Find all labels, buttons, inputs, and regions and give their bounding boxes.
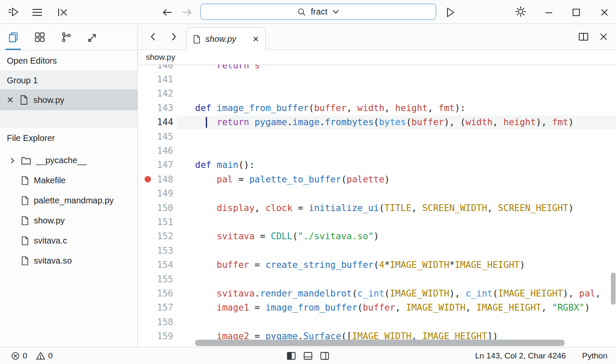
gutter-line-145[interactable]: 145 — [138, 129, 177, 144]
code-text: svitava.render_mandelbrot(c_int(IMAGE_WI… — [177, 286, 616, 300]
editor-area: show.py ✕ show.py 140 return s141142143d… — [138, 24, 616, 347]
code-text — [177, 315, 616, 329]
code-line-143[interactable]: 143def image_from_buffer(buffer, width, … — [138, 101, 616, 115]
breakpoint-dot[interactable] — [145, 176, 151, 182]
code-line-151[interactable]: 151 — [138, 215, 616, 229]
code-line-154[interactable]: 154 buffer = create_string_buffer(4*IMAG… — [138, 258, 616, 272]
tabs-scroll-left-button[interactable] — [147, 30, 160, 43]
gutter-line-158[interactable]: 158 — [138, 315, 177, 329]
gutter-line-155[interactable]: 155 — [138, 272, 177, 286]
gutter-line-143[interactable]: 143 — [138, 101, 177, 115]
warning-count-value: 0 — [48, 351, 53, 361]
close-button[interactable] — [598, 6, 611, 19]
code-line-149[interactable]: 149 — [138, 187, 616, 201]
sidebar-tab-workspaces[interactable] — [32, 29, 48, 46]
cursor-position[interactable]: Ln 143, Col 2, Char 4246 — [475, 351, 566, 361]
gear-icon — [515, 6, 527, 18]
tree-item--pycache-[interactable]: __pycache__ — [0, 150, 137, 170]
code-line-152[interactable]: 152 svitava = CDLL("./svitava.so") — [138, 229, 616, 244]
code-line-155[interactable]: 155 — [138, 272, 616, 286]
code-line-150[interactable]: 150 display, clock = initialize_ui(TITLE… — [138, 201, 616, 215]
error-count-value: 0 — [23, 351, 27, 361]
line-number: 159 — [157, 331, 173, 341]
horizontal-scrollbar[interactable] — [195, 340, 565, 346]
code-line-147[interactable]: 147def main(): — [138, 158, 616, 172]
code-text — [177, 272, 616, 286]
code-line-140[interactable]: 140 return s — [138, 65, 616, 72]
close-split-button[interactable] — [56, 6, 69, 19]
close-icon[interactable]: ✕ — [6, 95, 15, 105]
gutter-line-148[interactable]: 148 — [138, 172, 177, 186]
code-line-156[interactable]: 156 svitava.render_mandelbrot(c_int(IMAG… — [138, 286, 616, 300]
code-line-148[interactable]: 148 pal = palette_to_buffer(palette) — [138, 172, 616, 186]
tree-item-palette-mandmap-py[interactable]: palette_mandmap.py — [0, 191, 137, 211]
code-viewport[interactable]: 140 return s141142143def image_from_buff… — [138, 65, 616, 347]
close-editor-button[interactable] — [597, 30, 610, 43]
minimize-button[interactable] — [542, 6, 555, 19]
tab-show-py[interactable]: show.py ✕ — [187, 27, 266, 50]
gutter-line-150[interactable]: 150 — [138, 201, 177, 215]
code-line-153[interactable]: 153 — [138, 244, 616, 258]
error-count[interactable]: 0 — [11, 351, 27, 361]
toolbar: fract — [0, 0, 616, 24]
gutter-line-156[interactable]: 156 — [138, 286, 177, 300]
tree-item-show-py[interactable]: show.py — [0, 211, 137, 231]
gutter-line-159[interactable]: 159 — [138, 329, 177, 343]
code-line-145[interactable]: 145 — [138, 129, 616, 144]
line-number: 147 — [157, 160, 173, 170]
breadcrumb[interactable]: show.py — [138, 50, 616, 64]
back-button[interactable] — [160, 6, 173, 19]
toggle-bottom-panel-button[interactable] — [303, 352, 313, 360]
gutter-line-152[interactable]: 152 — [138, 229, 177, 244]
code-line-157[interactable]: 157 image1 = image_from_buffer(buffer, I… — [138, 301, 616, 315]
gutter-line-147[interactable]: 147 — [138, 158, 177, 172]
sidebar-tab-git[interactable] — [58, 29, 74, 46]
tree-item-svitava-c[interactable]: svitava.c — [0, 231, 137, 251]
tree-item-svitava-so[interactable]: svitava.so — [0, 251, 137, 271]
gutter-line-146[interactable]: 146 — [138, 144, 177, 158]
toggle-left-panel-button[interactable] — [287, 352, 296, 360]
code-line-142[interactable]: 142 — [138, 87, 616, 101]
quick-open-search[interactable]: fract — [200, 3, 436, 20]
gutter-line-149[interactable]: 149 — [138, 187, 177, 201]
tab-label: show.py — [205, 34, 248, 44]
open-editor-item-show-py[interactable]: ✕ show.py — [0, 90, 137, 110]
tabs-scroll-right-button[interactable] — [167, 30, 180, 43]
maximize-button[interactable] — [570, 6, 583, 19]
warning-count[interactable]: 0 — [36, 351, 53, 361]
split-view-button[interactable] — [577, 30, 590, 43]
sidebar-tab-documents[interactable] — [5, 29, 21, 46]
run-button[interactable] — [444, 6, 457, 19]
search-icon — [297, 8, 306, 16]
app-window: fract — [0, 0, 616, 364]
forward-button[interactable] — [181, 6, 194, 19]
tab-close-icon[interactable]: ✕ — [252, 34, 259, 44]
gutter-line-157[interactable]: 157 — [138, 301, 177, 315]
gutter-line-144[interactable]: 144 — [138, 115, 177, 129]
code-text — [177, 87, 616, 101]
language-mode[interactable]: Python — [582, 351, 607, 361]
menu-button[interactable] — [31, 6, 44, 19]
code-line-158[interactable]: 158 — [138, 315, 616, 329]
vertical-scrollbar[interactable] — [611, 273, 616, 305]
breadcrumb-file: show.py — [146, 53, 175, 62]
tree-item-label: svitava.so — [34, 256, 72, 266]
gutter-line-142[interactable]: 142 — [138, 87, 177, 101]
code-line-144[interactable]: 144 return pygame.image.frombytes(bytes(… — [138, 115, 616, 129]
tree-item-label: show.py — [34, 216, 65, 226]
toggle-right-panel-button[interactable] — [320, 352, 329, 360]
gutter-line-154[interactable]: 154 — [138, 258, 177, 272]
code-line-141[interactable]: 141 — [138, 72, 616, 86]
run-debug-icon — [87, 32, 98, 43]
settings-button[interactable] — [514, 5, 527, 18]
chevron-right-icon[interactable] — [9, 157, 16, 164]
code-line-146[interactable]: 146 — [138, 144, 616, 158]
gutter-line-140[interactable]: 140 — [138, 65, 177, 72]
tree-item-makefile[interactable]: Makefile — [0, 170, 137, 191]
folder-icon — [21, 156, 31, 165]
gutter-line-151[interactable]: 151 — [138, 215, 177, 229]
line-number: 146 — [157, 146, 173, 156]
sidebar-tab-debug[interactable] — [85, 29, 101, 46]
gutter-line-153[interactable]: 153 — [138, 244, 177, 258]
gutter-line-141[interactable]: 141 — [138, 72, 177, 86]
